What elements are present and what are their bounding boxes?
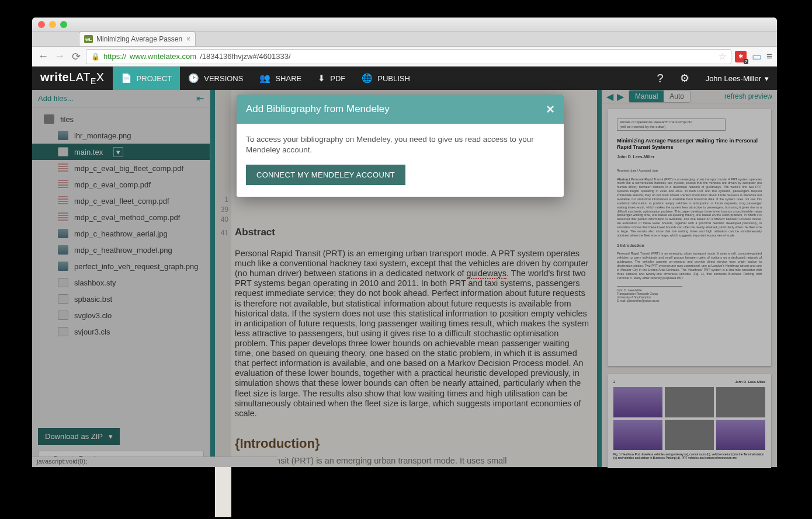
- file-icon: [58, 278, 68, 287]
- file-row[interactable]: mdp_c_eval_comp.pdf: [32, 176, 210, 193]
- browser-tab[interactable]: wL Minimizing Average Passen ×: [79, 32, 196, 46]
- settings-button[interactable]: ⚙: [672, 67, 698, 90]
- file-icon: [58, 213, 68, 222]
- file-row[interactable]: lhr_montage.png: [32, 127, 210, 144]
- file-tree: files lhr_montage.pngmain.tex▾mdp_c_eval…: [32, 107, 210, 343]
- file-icon: [58, 163, 68, 173]
- auto-toggle[interactable]: Auto: [664, 90, 690, 102]
- file-icon: [58, 229, 68, 238]
- file-row[interactable]: spbasic.bst: [32, 291, 210, 307]
- add-files-bar[interactable]: Add files... ⇤: [32, 90, 210, 107]
- file-icon: [58, 262, 68, 271]
- tab-close-icon[interactable]: ×: [186, 35, 190, 43]
- extension-badge: 7: [744, 59, 748, 64]
- url-path: /1834136fhvjzw#/4601333/: [200, 52, 290, 61]
- window-zoom-button[interactable]: [60, 21, 67, 28]
- preview-toolbar: ◀ ▶ Manual Auto refresh preview: [602, 90, 777, 103]
- pdf-icon: ⬇: [318, 73, 325, 83]
- file-row[interactable]: svjour3.cls: [32, 323, 210, 340]
- preview-pages[interactable]: Annals of Operations Research manuscript…: [602, 103, 777, 473]
- app-logo: writeLATEX: [32, 71, 113, 86]
- file-row[interactable]: mdp_c_eval_big_fleet_comp.pdf: [32, 160, 210, 176]
- file-row[interactable]: mdp_c_eval_fleet_comp.pdf: [32, 193, 210, 209]
- file-icon: [58, 294, 68, 304]
- file-row[interactable]: main.tex▾: [32, 144, 210, 160]
- file-icon: [58, 180, 68, 189]
- refresh-preview-link[interactable]: refresh preview: [724, 92, 772, 100]
- app-toolbar: writeLATEX 📄PROJECT 🕑VERSIONS 👥SHARE ⬇PD…: [32, 67, 777, 90]
- pdf-button[interactable]: ⬇PDF: [310, 67, 353, 90]
- window-minimize-button[interactable]: [49, 21, 56, 28]
- file-icon: [58, 311, 68, 320]
- address-bar[interactable]: 🔒 https://www.writelatex.com/1834136fhvj…: [86, 49, 731, 64]
- people-icon: 👥: [259, 73, 270, 83]
- figure-thumb: [665, 420, 714, 450]
- file-row[interactable]: mdp_c_eval_method_comp.pdf: [32, 209, 210, 225]
- figure-thumb: [613, 420, 662, 450]
- file-name: mdp_c_eval_comp.pdf: [74, 180, 151, 189]
- extension-icon[interactable]: ✱7: [735, 51, 747, 62]
- status-bar: javascript:void(0);: [32, 457, 277, 467]
- line-gutter: 1 39 40 41: [215, 90, 231, 467]
- browser-toolbar: ← → ⟳ 🔒 https://www.writelatex.com/18341…: [32, 47, 777, 67]
- file-name: perfect_info_veh_request_graph.png: [74, 262, 199, 271]
- abstract-text: Personal Rapid Transit (PRT) is an emerg…: [235, 249, 590, 419]
- menu-icon[interactable]: ≡: [766, 51, 772, 62]
- modal-body: To access your bibliography on Mendeley,…: [237, 124, 564, 197]
- file-row[interactable]: mdp_c_heathrow_model.png: [32, 242, 210, 258]
- back-button[interactable]: ←: [37, 50, 50, 62]
- url-host: www.writelatex.com: [130, 52, 196, 61]
- tab-title: Minimizing Average Passen: [96, 35, 182, 43]
- window-titlebar: [32, 18, 777, 32]
- collapse-preview-icon[interactable]: ▶: [617, 91, 624, 102]
- publish-button[interactable]: 🌐PUBLISH: [353, 67, 418, 90]
- versions-button[interactable]: 🕑VERSIONS: [180, 67, 251, 90]
- preview-page-1: Annals of Operations Research manuscript…: [608, 109, 771, 366]
- section-heading: {Introduction}: [235, 436, 590, 451]
- close-icon[interactable]: ×: [546, 101, 554, 117]
- file-row[interactable]: svglov3.clo: [32, 307, 210, 323]
- figure-thumb: [613, 387, 662, 417]
- bookmark-star-icon[interactable]: ☆: [719, 51, 726, 62]
- download-zip-button[interactable]: Download as ZIP▾: [38, 428, 120, 445]
- connect-mendeley-button[interactable]: CONNECT MY MENDELEY ACCOUNT: [246, 165, 405, 185]
- add-files-label: Add files...: [38, 94, 74, 103]
- globe-icon: 🌐: [362, 73, 373, 83]
- file-name: svjour3.cls: [74, 328, 110, 336]
- project-button[interactable]: 📄PROJECT: [113, 67, 181, 90]
- modal-header: Add Bibliography from Mendeley ×: [237, 95, 564, 124]
- collapse-sidebar-icon[interactable]: ⇤: [196, 93, 204, 104]
- modal-text: To access your bibliography on Mendeley,…: [246, 134, 554, 155]
- file-name: mdp_c_heathrow_model.png: [74, 246, 172, 255]
- file-name: spbasic.bst: [74, 295, 112, 304]
- share-button[interactable]: 👥SHARE: [251, 67, 310, 90]
- compile-mode-toggle[interactable]: Manual Auto: [629, 90, 690, 103]
- tab-strip: wL Minimizing Average Passen ×: [32, 32, 777, 47]
- file-menu-icon[interactable]: ▾: [113, 147, 123, 157]
- help-icon: ?: [657, 72, 664, 85]
- modal-title: Add Bibliography from Mendeley: [246, 103, 390, 115]
- file-sidebar: Add files... ⇤ files lhr_montage.pngmain…: [32, 90, 210, 467]
- file-row[interactable]: mdp_c_heathrow_aerial.jpg: [32, 225, 210, 242]
- lock-icon: 🔒: [91, 53, 100, 61]
- file-name: slashbox.sty: [74, 278, 116, 287]
- figure-thumb: [665, 387, 714, 417]
- file-name: mdp_c_eval_method_comp.pdf: [74, 213, 180, 222]
- folder-icon: [44, 114, 54, 124]
- panel-icon[interactable]: ▭: [750, 50, 763, 63]
- file-row[interactable]: slashbox.sty: [32, 274, 210, 291]
- expand-preview-icon[interactable]: ◀: [606, 91, 613, 102]
- manual-toggle[interactable]: Manual: [629, 90, 664, 102]
- help-button[interactable]: ?: [649, 67, 672, 90]
- preview-pane: ◀ ▶ Manual Auto refresh preview Annals o…: [602, 90, 777, 467]
- folder-row[interactable]: files: [32, 111, 210, 127]
- window-close-button[interactable]: [38, 21, 45, 28]
- user-menu[interactable]: John Lees-Miller▾: [698, 74, 777, 83]
- file-icon: [58, 245, 68, 255]
- intro-tail: l Rapid Transit (PRT) is an emerging urb…: [235, 456, 590, 466]
- file-row[interactable]: perfect_info_veh_request_graph.png: [32, 258, 210, 274]
- forward-button[interactable]: →: [53, 50, 66, 62]
- reload-button[interactable]: ⟳: [70, 50, 82, 63]
- file-icon: [58, 327, 68, 336]
- workarea: Add files... ⇤ files lhr_montage.pngmain…: [32, 90, 777, 467]
